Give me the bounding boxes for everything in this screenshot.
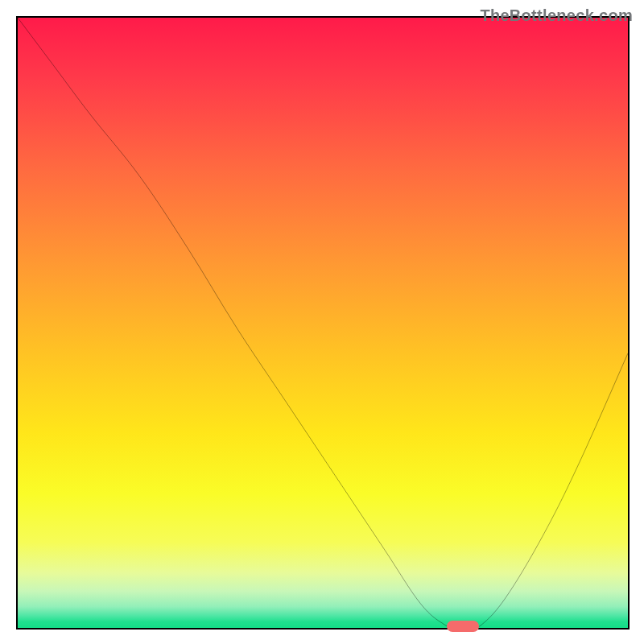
watermark-text: TheBottleneck.com	[480, 6, 633, 25]
bottleneck-curve	[18, 18, 628, 628]
optimal-marker	[447, 621, 479, 632]
chart-frame	[16, 16, 630, 630]
